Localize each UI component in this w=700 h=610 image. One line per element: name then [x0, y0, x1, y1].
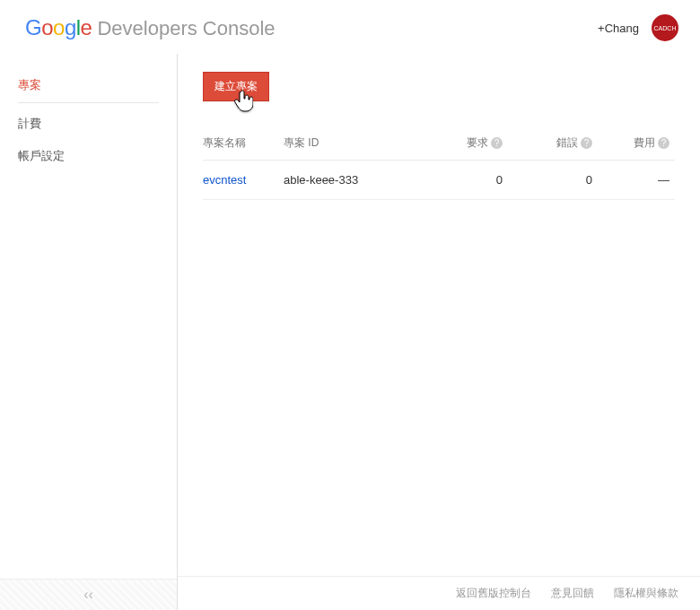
- sidebar-item-label: 帳戶設定: [18, 149, 65, 162]
- chevron-left-icon: ‹‹: [83, 587, 93, 602]
- help-icon[interactable]: ?: [491, 137, 503, 149]
- col-header-name: 專案名稱: [203, 126, 284, 161]
- sidebar-collapse-button[interactable]: ‹‹: [0, 579, 177, 610]
- sidebar-item-label: 專案: [18, 78, 41, 92]
- header: Google Developers Console +Chang CADCH: [0, 0, 700, 54]
- project-name-link[interactable]: evcntest: [203, 173, 246, 187]
- help-icon[interactable]: ?: [581, 137, 592, 149]
- google-logo[interactable]: Google: [25, 15, 92, 40]
- col-header-cost: 費用?: [598, 126, 675, 161]
- avatar[interactable]: CADCH: [652, 14, 678, 41]
- sidebar-item-billing[interactable]: 計費: [18, 109, 159, 141]
- sidebar-item-label: 計費: [18, 117, 41, 130]
- cost-cell: —: [598, 161, 675, 200]
- footer-link-old-console[interactable]: 返回舊版控制台: [456, 586, 531, 601]
- footer-link-privacy-terms[interactable]: 隱私權與條款: [614, 586, 678, 601]
- errors-cell: 0: [508, 161, 598, 200]
- table-header-row: 專案名稱 專案 ID 要求? 錯誤? 費用?: [203, 126, 675, 161]
- help-icon[interactable]: ?: [658, 137, 669, 149]
- header-right: +Chang CADCH: [598, 14, 678, 41]
- create-project-button[interactable]: 建立專案: [203, 72, 269, 101]
- col-header-requests: 要求?: [418, 126, 508, 161]
- projects-table: 專案名稱 專案 ID 要求? 錯誤? 費用? evcntest able-kee…: [203, 126, 675, 200]
- requests-cell: 0: [418, 161, 508, 200]
- table-row: evcntest able-keee-333 0 0 —: [203, 161, 675, 200]
- sidebar: 專案 計費 帳戶設定 ‹‹: [0, 54, 178, 610]
- col-header-id: 專案 ID: [284, 126, 418, 161]
- col-header-errors: 錯誤?: [508, 126, 598, 161]
- footer-link-feedback[interactable]: 意見回饋: [551, 586, 594, 601]
- footer: 返回舊版控制台 意見回饋 隱私權與條款: [178, 576, 700, 610]
- main-content: 建立專案 專案名稱 專案 ID 要求? 錯誤? 費用? evcntest abl…: [178, 54, 700, 610]
- user-name-link[interactable]: +Chang: [598, 22, 639, 35]
- sidebar-item-projects[interactable]: 專案: [18, 70, 159, 103]
- header-left: Google Developers Console: [25, 15, 276, 40]
- console-title: Developers Console: [97, 17, 275, 40]
- project-id-cell: able-keee-333: [284, 161, 418, 200]
- sidebar-item-account-settings[interactable]: 帳戶設定: [18, 141, 159, 173]
